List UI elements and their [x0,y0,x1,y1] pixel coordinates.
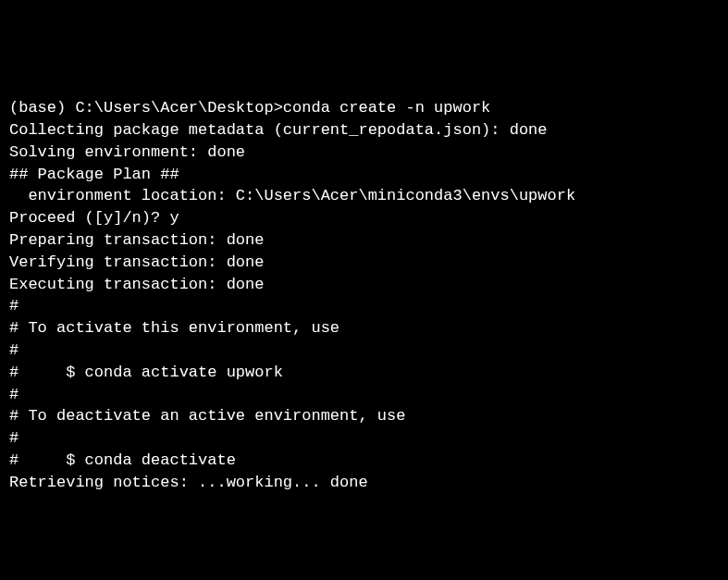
terminal-line: environment location: C:\Users\Acer\mini… [9,185,719,207]
terminal-line: Retrieving notices: ...working... done [9,472,719,494]
terminal-line: Proceed ([y]/n)? y [9,207,719,229]
terminal-line: ## Package Plan ## [9,164,719,186]
terminal-line: # [9,295,719,317]
terminal-line: Preparing transaction: done [9,229,719,252]
terminal-line: Verifying transaction: done [9,252,719,274]
terminal-line: # [9,427,719,450]
terminal-line: Executing transaction: done [9,274,719,296]
terminal-line: # To deactivate an active environment, u… [9,405,719,427]
terminal-line: Solving environment: done [9,142,719,164]
terminal-line: # $ conda activate upwork [9,362,719,384]
terminal-line: # [9,339,719,362]
terminal-line: # [9,384,719,406]
terminal-line: # To activate this environment, use [9,317,719,339]
terminal-line: # $ conda deactivate [9,450,719,472]
terminal-line: (base) C:\Users\Acer\Desktop>conda creat… [9,97,719,119]
terminal-output[interactable]: (base) C:\Users\Acer\Desktop>conda creat… [9,97,719,493]
terminal-line: Collecting package metadata (current_rep… [9,119,719,142]
